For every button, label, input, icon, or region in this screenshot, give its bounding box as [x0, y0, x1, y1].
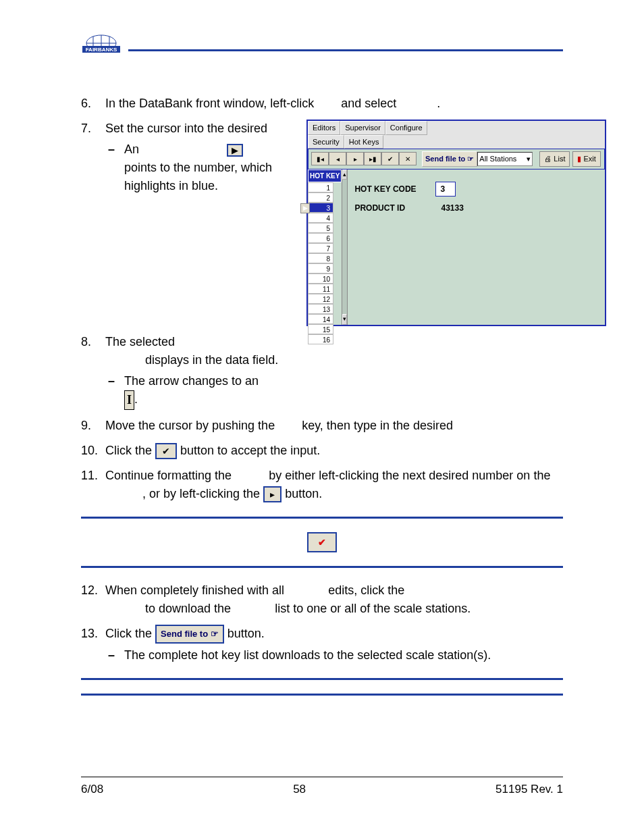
- instruction-list: In the DataBank front window, left-click…: [81, 95, 563, 503]
- list-item[interactable]: 9: [308, 263, 333, 273]
- step-11-text-b: by either left-clicking the next desired…: [269, 469, 550, 482]
- step-12-text-d: list to one or all of the scale stations…: [275, 602, 471, 615]
- separator: [81, 678, 563, 680]
- step-6-text-c: .: [437, 97, 440, 110]
- step-8-text-a: The selected: [105, 335, 175, 348]
- step-9: Move the cursor by pushing the key, then…: [81, 417, 563, 435]
- step-10: Click the ✔ button to accept the input.: [81, 442, 563, 460]
- list-item[interactable]: 6: [308, 233, 333, 243]
- footer-rev: 51195 Rev. 1: [495, 783, 563, 796]
- prev-button[interactable]: ◂: [329, 152, 346, 165]
- header-rule: [128, 49, 563, 51]
- step-9-text-b: key, then type in the desired: [302, 419, 453, 432]
- step-13-text-a: Click the: [105, 627, 152, 640]
- step-8-sub-text: The arrow changes to an: [124, 374, 259, 388]
- step-6-text-b: and select: [341, 97, 396, 110]
- page-header: FAIRBANKS: [81, 34, 563, 61]
- step-6: In the DataBank front window, left-click…: [81, 95, 563, 113]
- step-12-text-c: to download the: [145, 602, 231, 615]
- fairbanks-logo: FAIRBANKS: [81, 34, 122, 61]
- step-11-text-a: Continue formatting the: [105, 469, 232, 482]
- next-button[interactable]: ▸: [346, 152, 364, 165]
- hot-key-code-label: HOT KEY CODE: [354, 183, 435, 195]
- list-item[interactable]: 2: [308, 192, 333, 203]
- list-item[interactable]: 7: [308, 243, 333, 253]
- list-item[interactable]: 12: [308, 294, 333, 304]
- menu-supervisor[interactable]: Supervisor: [340, 121, 385, 135]
- footer-date: 6/08: [81, 783, 103, 796]
- step-11: Continue formatting the by either left-c…: [81, 467, 563, 503]
- send-file-button[interactable]: Send file to ☞: [422, 151, 477, 167]
- page-footer: 6/08 58 51195 Rev. 1: [81, 777, 563, 796]
- next-record-icon: ▸: [263, 486, 281, 502]
- step-11-text-d: button.: [285, 487, 322, 500]
- menu-editors[interactable]: Editors: [308, 121, 340, 135]
- menu-configure[interactable]: Configure: [385, 121, 427, 135]
- footer-page: 58: [293, 783, 306, 796]
- instruction-list-2: When completely finished with all edits,…: [81, 581, 563, 664]
- list-item[interactable]: 1: [308, 182, 333, 192]
- step-12-text-b: edits, click the: [328, 583, 404, 597]
- hot-key-code-input[interactable]: 3: [435, 182, 456, 197]
- step-12: When completely finished with all edits,…: [81, 581, 563, 618]
- menu-security[interactable]: Security: [308, 135, 344, 149]
- list-item-selected[interactable]: ▶ 3: [308, 203, 333, 213]
- important-note: ✔: [81, 532, 563, 552]
- step-13-sub: The complete hot key list downloads to t…: [105, 646, 563, 664]
- list-item[interactable]: 4: [308, 213, 333, 223]
- svg-text:FAIRBANKS: FAIRBANKS: [86, 47, 117, 53]
- cancel-button[interactable]: ✕: [399, 152, 417, 165]
- step-10-text-a: Click the: [105, 444, 152, 457]
- check-icon: ✔: [155, 443, 177, 459]
- menu-bar-2: Security Hot Keys: [308, 135, 605, 149]
- toolbar: ▮◂ ◂ ▸ ▸▮ ✔ ✕ Send file to ☞: [308, 149, 605, 170]
- step-9-text-a: Move the cursor by pushing the: [105, 419, 275, 432]
- menu-bar-1: Editors Supervisor Configure: [308, 121, 605, 135]
- list-item[interactable]: 5: [308, 223, 333, 233]
- step-7: Set the cursor into the desired An ▶ poi…: [81, 120, 563, 326]
- ibeam-icon: I: [124, 390, 134, 410]
- list-item[interactable]: 8: [308, 253, 333, 263]
- step-7-sub: An ▶ points to the number, which highlig…: [105, 140, 294, 195]
- send-file-to-button: Send file to ☞: [155, 625, 224, 644]
- separator: [81, 517, 563, 519]
- list-item[interactable]: 13: [308, 304, 333, 314]
- databank-window: Editors Supervisor Configure Security Ho…: [306, 120, 606, 326]
- station-combo[interactable]: All Stations▾: [477, 152, 533, 166]
- step-7-text: Set the cursor into the desired: [105, 122, 267, 135]
- first-button[interactable]: ▮◂: [311, 152, 329, 165]
- list-button[interactable]: 🖨 List: [539, 151, 570, 167]
- hotkey-list: HOT KEY 1 2 ▶ 3 4 5 6: [308, 170, 348, 325]
- step-7-sub-a: An: [124, 142, 139, 156]
- step-8: The selected displays in the data field.…: [81, 333, 563, 410]
- step-8-text-b: displays in the data field.: [145, 353, 278, 367]
- list-item[interactable]: 10: [308, 273, 333, 284]
- last-button[interactable]: ▸▮: [364, 152, 381, 165]
- step-13-sub-text: The complete hot key list downloads to t…: [124, 648, 491, 662]
- step-13-text-b: button.: [227, 627, 265, 640]
- step-8-sub: The arrow changes to an I.: [105, 372, 563, 410]
- list-item[interactable]: 11: [308, 284, 333, 294]
- step-13: Click the Send file to ☞ button. The com…: [81, 625, 563, 664]
- list-item[interactable]: 14: [308, 314, 333, 324]
- list-header: HOT KEY: [308, 170, 342, 182]
- check-icon-large: ✔: [307, 532, 337, 552]
- exit-button[interactable]: ▮ Exit: [572, 151, 600, 167]
- product-id-label: PRODUCT ID: [354, 202, 435, 214]
- scroll-up-icon[interactable]: ▴: [342, 170, 347, 180]
- step-11-text-c: , or by left-clicking the: [142, 487, 260, 500]
- separator: [81, 566, 563, 568]
- separator: [81, 694, 563, 696]
- row-pointer-icon: ▶: [300, 203, 310, 213]
- accept-button[interactable]: ✔: [381, 152, 399, 165]
- form-area: HOT KEY CODE 3 PRODUCT ID 43133: [348, 170, 605, 325]
- arrow-right-icon: ▶: [227, 144, 243, 157]
- product-id-value: 43133: [441, 202, 463, 214]
- step-10-text-b: button to accept the input.: [180, 444, 320, 457]
- step-12-text-a: When completely finished with all: [105, 583, 284, 597]
- step-7-sub-b: points to the number, which highlights i…: [124, 161, 272, 192]
- menu-hotkeys[interactable]: Hot Keys: [344, 135, 384, 149]
- scrollbar[interactable]: ▴ ▾: [342, 170, 348, 325]
- step-6-text-a: In the DataBank front window, left-click: [105, 97, 314, 110]
- scroll-down-icon[interactable]: ▾: [342, 314, 347, 325]
